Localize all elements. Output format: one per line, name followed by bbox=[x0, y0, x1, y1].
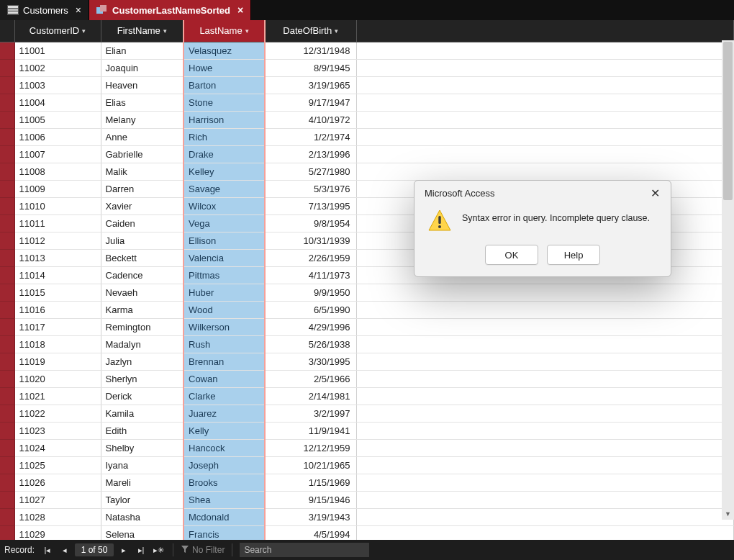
cell-customerid[interactable]: 11023 bbox=[14, 422, 101, 439]
cell-customerid[interactable]: 11008 bbox=[14, 163, 101, 180]
cell-dateofbirth[interactable]: 10/21/1965 bbox=[265, 456, 356, 474]
row-selector[interactable] bbox=[0, 76, 14, 94]
table-row[interactable]: 11020SherlynCowan2/5/1966 bbox=[0, 370, 734, 387]
table-row[interactable]: 11027TaylorShea9/15/1946 bbox=[0, 491, 734, 508]
nav-new-icon[interactable]: ▸✳ bbox=[151, 543, 166, 557]
search-input[interactable] bbox=[240, 543, 369, 557]
row-selector[interactable] bbox=[0, 42, 14, 59]
cell-firstname[interactable]: Karma bbox=[101, 301, 184, 318]
chevron-down-icon[interactable]: ▾ bbox=[82, 27, 86, 35]
cell-firstname[interactable]: Kamila bbox=[101, 405, 184, 422]
cell-customerid[interactable]: 11028 bbox=[14, 508, 101, 525]
cell-customerid[interactable]: 11015 bbox=[14, 284, 101, 301]
row-selector[interactable] bbox=[0, 180, 14, 197]
cell-dateofbirth[interactable]: 3/2/1997 bbox=[265, 405, 356, 422]
cell-dateofbirth[interactable]: 5/3/1976 bbox=[265, 180, 356, 197]
cell-lastname[interactable]: Velasquez bbox=[184, 42, 265, 59]
close-icon[interactable]: × bbox=[237, 4, 243, 16]
row-selector[interactable] bbox=[0, 422, 14, 439]
table-row[interactable]: 11015NevaehHuber9/9/1950 bbox=[0, 284, 734, 301]
table-row[interactable]: 11025IyanaJoseph10/21/1965 bbox=[0, 456, 734, 474]
table-row[interactable]: 11022KamilaJuarez3/2/1997 bbox=[0, 405, 734, 422]
cell-dateofbirth[interactable]: 3/30/1995 bbox=[265, 353, 356, 370]
cell-customerid[interactable]: 11004 bbox=[14, 94, 101, 111]
cell-firstname[interactable]: Heaven bbox=[101, 76, 184, 94]
cell-dateofbirth[interactable]: 2/14/1981 bbox=[265, 387, 356, 405]
row-selector[interactable] bbox=[0, 525, 14, 540]
row-selector[interactable] bbox=[0, 163, 14, 180]
ok-button[interactable]: OK bbox=[485, 245, 538, 265]
table-row[interactable]: 11001ElianVelasquez12/31/1948 bbox=[0, 42, 734, 59]
cell-dateofbirth[interactable]: 1/2/1974 bbox=[265, 128, 356, 145]
cell-firstname[interactable]: Caiden bbox=[101, 214, 184, 232]
cell-lastname[interactable]: Rich bbox=[184, 128, 265, 145]
cell-customerid[interactable]: 11029 bbox=[14, 525, 101, 540]
nav-prev-icon[interactable]: ◂ bbox=[58, 543, 72, 557]
cell-firstname[interactable]: Melany bbox=[101, 111, 184, 128]
cell-lastname[interactable]: Barton bbox=[184, 76, 265, 94]
row-selector[interactable] bbox=[0, 284, 14, 301]
row-selector[interactable] bbox=[0, 335, 14, 353]
row-selector[interactable] bbox=[0, 370, 14, 387]
cell-customerid[interactable]: 11014 bbox=[14, 266, 101, 284]
cell-dateofbirth[interactable]: 12/12/1959 bbox=[265, 439, 356, 456]
cell-dateofbirth[interactable]: 1/15/1969 bbox=[265, 474, 356, 491]
row-selector[interactable] bbox=[0, 353, 14, 370]
cell-lastname[interactable]: Wilcox bbox=[184, 197, 265, 214]
cell-firstname[interactable]: Mareli bbox=[101, 474, 184, 491]
cell-dateofbirth[interactable]: 8/9/1945 bbox=[265, 59, 356, 76]
cell-customerid[interactable]: 11011 bbox=[14, 214, 101, 232]
cell-customerid[interactable]: 11006 bbox=[14, 128, 101, 145]
cell-lastname[interactable]: Shea bbox=[184, 491, 265, 508]
cell-firstname[interactable]: Sherlyn bbox=[101, 370, 184, 387]
cell-firstname[interactable]: Iyana bbox=[101, 456, 184, 474]
chevron-down-icon[interactable]: ▾ bbox=[163, 27, 167, 35]
cell-customerid[interactable]: 11002 bbox=[14, 59, 101, 76]
rowselect-header[interactable] bbox=[0, 20, 14, 42]
cell-lastname[interactable]: Joseph bbox=[184, 456, 265, 474]
cell-firstname[interactable]: Beckett bbox=[101, 249, 184, 266]
cell-customerid[interactable]: 11025 bbox=[14, 456, 101, 474]
table-row[interactable]: 11024ShelbyHancock12/12/1959 bbox=[0, 439, 734, 456]
cell-lastname[interactable]: Kelley bbox=[184, 163, 265, 180]
cell-customerid[interactable]: 11019 bbox=[14, 353, 101, 370]
cell-firstname[interactable]: Gabrielle bbox=[101, 145, 184, 163]
cell-customerid[interactable]: 11005 bbox=[14, 111, 101, 128]
tab-customerlastnamesorted[interactable]: CustomerLastNameSorted × bbox=[89, 0, 251, 20]
cell-lastname[interactable]: Savage bbox=[184, 180, 265, 197]
cell-dateofbirth[interactable]: 4/5/1994 bbox=[265, 525, 356, 540]
nav-last-icon[interactable]: ▸| bbox=[134, 543, 148, 557]
filter-status[interactable]: No Filter bbox=[181, 545, 225, 556]
cell-dateofbirth[interactable]: 9/17/1947 bbox=[265, 94, 356, 111]
cell-dateofbirth[interactable]: 4/29/1996 bbox=[265, 318, 356, 335]
cell-lastname[interactable]: Brooks bbox=[184, 474, 265, 491]
cell-firstname[interactable]: Julia bbox=[101, 232, 184, 249]
table-row[interactable]: 11016KarmaWood6/5/1990 bbox=[0, 301, 734, 318]
cell-dateofbirth[interactable]: 3/19/1965 bbox=[265, 76, 356, 94]
cell-lastname[interactable]: Wilkerson bbox=[184, 318, 265, 335]
cell-dateofbirth[interactable]: 4/10/1972 bbox=[265, 111, 356, 128]
table-row[interactable]: 11029SelenaFrancis4/5/1994 bbox=[0, 525, 734, 540]
cell-lastname[interactable]: Rush bbox=[184, 335, 265, 353]
cell-customerid[interactable]: 11021 bbox=[14, 387, 101, 405]
cell-lastname[interactable]: Juarez bbox=[184, 405, 265, 422]
row-selector[interactable] bbox=[0, 59, 14, 76]
cell-firstname[interactable]: Joaquin bbox=[101, 59, 184, 76]
cell-dateofbirth[interactable]: 10/31/1939 bbox=[265, 232, 356, 249]
cell-firstname[interactable]: Nevaeh bbox=[101, 284, 184, 301]
cell-lastname[interactable]: Wood bbox=[184, 301, 265, 318]
cell-firstname[interactable]: Shelby bbox=[101, 439, 184, 456]
row-selector[interactable] bbox=[0, 249, 14, 266]
row-selector[interactable] bbox=[0, 111, 14, 128]
table-row[interactable]: 11019JazlynBrennan3/30/1995 bbox=[0, 353, 734, 370]
row-selector[interactable] bbox=[0, 197, 14, 214]
row-selector[interactable] bbox=[0, 387, 14, 405]
table-row[interactable]: 11005MelanyHarrison4/10/1972 bbox=[0, 111, 734, 128]
cell-dateofbirth[interactable]: 9/9/1950 bbox=[265, 284, 356, 301]
row-selector[interactable] bbox=[0, 405, 14, 422]
table-row[interactable]: 11004EliasStone9/17/1947 bbox=[0, 94, 734, 111]
cell-firstname[interactable]: Elian bbox=[101, 42, 184, 59]
table-row[interactable]: 11002JoaquinHowe8/9/1945 bbox=[0, 59, 734, 76]
cell-firstname[interactable]: Edith bbox=[101, 422, 184, 439]
cell-customerid[interactable]: 11027 bbox=[14, 491, 101, 508]
